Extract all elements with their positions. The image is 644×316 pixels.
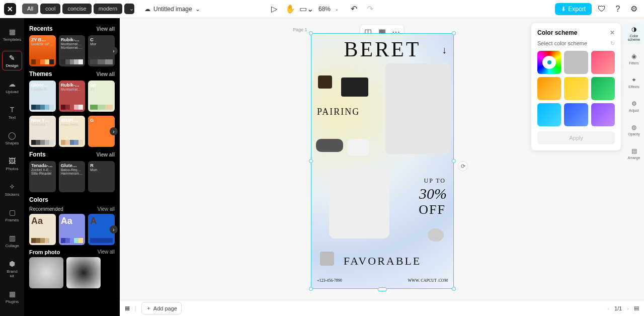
chip-concise[interactable]: concise xyxy=(62,4,91,14)
design-card[interactable]: Aa xyxy=(59,214,86,245)
selection-outline xyxy=(311,33,454,289)
collage-icon: ▥ xyxy=(8,233,17,243)
resize-handle-bl[interactable] xyxy=(309,287,313,291)
apply-button[interactable]: Apply xyxy=(537,131,615,144)
resize-handle-br[interactable] xyxy=(452,287,456,291)
color-swatch[interactable] xyxy=(537,51,561,74)
export-button[interactable]: ⬇ Export xyxy=(555,3,592,15)
design-card[interactable]: New Y…SinkinSa… xyxy=(29,116,56,147)
resize-handle-tl[interactable] xyxy=(309,31,313,35)
colors-viewall[interactable]: View all xyxy=(98,206,115,212)
select-tool[interactable]: ▷ xyxy=(268,3,280,15)
prev-page[interactable]: ‹ xyxy=(607,305,609,311)
rail-photos[interactable]: 🖼Photos xyxy=(2,154,22,173)
reset-icon[interactable]: ↻ xyxy=(610,40,615,47)
shapes-icon: ◯ xyxy=(8,131,17,140)
color-swatch[interactable] xyxy=(591,103,615,126)
chevron-down-icon[interactable]: ⌄ xyxy=(335,6,339,12)
from-photo-viewall[interactable]: View all xyxy=(98,249,115,255)
crop-tool[interactable]: ▭⌄ xyxy=(300,3,312,15)
document-title[interactable]: Untitled image xyxy=(153,6,192,13)
design-card[interactable]: Glooc…Lucette-R… xyxy=(29,81,56,112)
grid-view-icon[interactable]: ▤ xyxy=(634,305,639,311)
chevron-down-icon[interactable]: ⌄ xyxy=(195,6,200,13)
next-page[interactable]: › xyxy=(627,305,629,311)
next-button[interactable]: › xyxy=(110,127,118,135)
add-page-button[interactable]: ＋ Add page xyxy=(141,302,182,314)
rail-upload[interactable]: ☁Upload xyxy=(2,77,22,96)
rail-design[interactable]: ✎Design xyxy=(2,51,22,70)
recents-header: Recents View all xyxy=(29,25,115,32)
design-card[interactable]: SpZY xyxy=(88,81,115,112)
fonts-viewall[interactable]: View all xyxy=(96,152,115,157)
rail-plugins[interactable]: ▦Plugins xyxy=(2,287,22,306)
gear-icon[interactable]: ⚙ xyxy=(628,3,640,15)
color-swatch[interactable] xyxy=(591,51,615,74)
design-icon: ✎ xyxy=(8,53,17,62)
from-photo-card[interactable] xyxy=(29,257,63,288)
rr-filters[interactable]: ◉Filters xyxy=(625,49,643,68)
rail-collage[interactable]: ▥Collage xyxy=(2,231,22,250)
color-swatch[interactable] xyxy=(591,77,615,100)
design-card[interactable]: Aa xyxy=(29,214,56,245)
chip-all[interactable]: All xyxy=(22,4,38,14)
rail-text[interactable]: TText xyxy=(2,103,22,122)
next-button[interactable]: › xyxy=(110,225,118,233)
colors-header: Colors xyxy=(29,196,115,203)
color-swatch[interactable] xyxy=(564,103,588,126)
design-card[interactable]: ZY B…Grotesk GF-B… xyxy=(29,35,56,66)
design-card[interactable]: Rubik-…Montserrat… xyxy=(59,81,86,112)
design-card[interactable]: Glute…Baloo-Reg…HammersmithOn… xyxy=(59,161,86,192)
chip-modern[interactable]: modern xyxy=(94,4,122,14)
pan-tool[interactable]: ✋ xyxy=(284,3,296,15)
rr-color-scheme[interactable]: ◑Color scheme xyxy=(625,22,643,44)
resize-handle-ml[interactable] xyxy=(309,159,313,163)
document-title-group: ☁ Untitled image ⌄ xyxy=(144,6,200,13)
rail-stickers[interactable]: ✧Stickers xyxy=(2,180,22,199)
resize-handle-mr[interactable] xyxy=(452,159,456,163)
design-panel[interactable]: Recents View all ZY B…Grotesk GF-B…Rubik… xyxy=(24,18,120,316)
themes-row-1: Glooc…Lucette-R…Rubik-…Montserrat…SpZY xyxy=(29,81,115,112)
frames-icon: ▢ xyxy=(8,208,17,217)
help-icon[interactable]: ? xyxy=(612,3,624,15)
shield-icon[interactable]: 🛡 xyxy=(596,3,608,15)
recents-viewall[interactable]: View all xyxy=(96,26,115,32)
design-card[interactable]: Tenada-…Zocbel X-E…Stilu-Regular xyxy=(29,161,56,192)
chip-more[interactable]: ⌄ xyxy=(124,4,134,14)
color-swatch[interactable] xyxy=(537,77,561,100)
rr-effects[interactable]: ✦Effects xyxy=(625,73,643,92)
layers-icon[interactable]: ▦ xyxy=(125,305,130,311)
swatches-grid xyxy=(537,51,615,126)
color-swatch[interactable] xyxy=(537,103,561,126)
rr-arrange[interactable]: ▤Arrange xyxy=(625,144,643,163)
from-photo-card[interactable] xyxy=(66,257,101,288)
artboard-selection[interactable]: BERET ↓ PAIRING UP TO 30% OFF FAVORABLE … xyxy=(311,33,454,289)
rail-brand-kit[interactable]: ⬢Brand kit xyxy=(2,257,22,280)
app-logo[interactable]: ✕ xyxy=(4,3,16,15)
chip-cool[interactable]: cool xyxy=(40,4,60,14)
rail-frames[interactable]: ▢Frames xyxy=(2,206,22,224)
zoom-level[interactable]: 68% xyxy=(318,6,331,13)
color-swatch[interactable] xyxy=(564,51,588,74)
filters-icon: ◉ xyxy=(630,52,638,60)
rr-adjust[interactable]: ⚙Adjust xyxy=(625,97,643,115)
color-swatch[interactable] xyxy=(564,77,588,100)
undo-button[interactable]: ↶ xyxy=(348,3,360,15)
bottombar-right: ‹ 1/1 › ▤ xyxy=(607,305,639,311)
rail-shapes[interactable]: ◯Shapes xyxy=(2,129,22,147)
adjust-icon: ⚙ xyxy=(630,100,638,108)
color-scheme-subtitle: Select color scheme ↻ xyxy=(537,40,615,47)
resize-handle-tr[interactable] xyxy=(452,31,456,35)
rotate-handle[interactable]: ⟳ xyxy=(458,161,468,171)
resize-handle-bc[interactable] xyxy=(378,287,387,291)
close-icon[interactable]: ✕ xyxy=(610,29,615,36)
design-card[interactable]: RMon xyxy=(88,161,115,192)
design-card[interactable]: Rubik-…Montserrat…Montserrat-Rg xyxy=(59,35,86,66)
rr-opacity[interactable]: ◍Opacity xyxy=(625,120,643,139)
redo-button[interactable]: ↷ xyxy=(364,3,376,15)
next-button[interactable]: › xyxy=(110,47,118,55)
themes-header: Themes View all xyxy=(29,70,115,77)
rail-templates[interactable]: ▦Templates xyxy=(2,25,22,44)
themes-viewall[interactable]: View all xyxy=(96,71,115,77)
design-card[interactable]: IBMPl…Asap-SemiB… xyxy=(59,116,86,147)
